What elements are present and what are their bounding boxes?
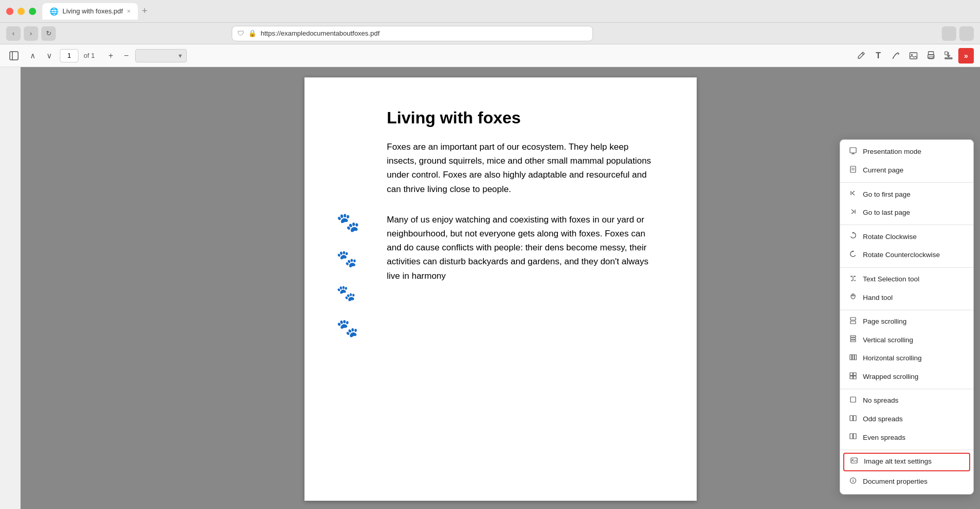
no-spreads-label: No spreads (863, 396, 898, 406)
divider-3 (840, 267, 973, 268)
print-button[interactable] (923, 48, 939, 63)
image-alt-text-label: Image alt text settings (864, 457, 931, 467)
menu-item-document-properties[interactable]: Document properties (840, 473, 973, 491)
pdf-paragraph-2: Many of us enjoy watching and coexisting… (387, 213, 661, 283)
menu-item-odd-spreads[interactable]: Odd spreads (840, 410, 973, 429)
page-nav: ∧ ∨ (25, 48, 57, 63)
menu-item-hand-tool[interactable]: Hand tool (840, 289, 973, 307)
pdf-heading: Living with foxes (387, 108, 661, 128)
menu-item-no-spreads[interactable]: No spreads (840, 392, 973, 410)
svg-point-4 (911, 54, 913, 55)
addressbar: ‹ › ↻ 🛡 🔒 https://exampledocumentaboutfo… (0, 23, 980, 44)
menu-item-rotate-cw[interactable]: Rotate Clockwise (840, 228, 973, 246)
presentation-mode-icon (848, 147, 858, 157)
document-properties-icon (848, 477, 858, 487)
horizontal-scrolling-icon (848, 354, 858, 364)
zoom-in-button[interactable]: + (104, 49, 118, 62)
sidebar-toggle-button[interactable] (6, 48, 22, 63)
menu-item-go-first[interactable]: Go to first page (840, 185, 973, 204)
svg-point-8 (933, 56, 934, 57)
menu-item-go-last[interactable]: Go to last page (840, 204, 973, 222)
more-icon: » (964, 52, 968, 60)
paw-3: 🐾 (336, 284, 360, 302)
pdf-area[interactable]: 🐾 🐾 🐾 🐾 Living with foxes Foxes are an i… (21, 67, 980, 509)
rotate-ccw-label: Rotate Counterclockwise (863, 250, 940, 260)
paw-1: 🐾 (336, 212, 360, 233)
menu-item-wrapped-scrolling[interactable]: Wrapped scrolling (840, 368, 973, 387)
lock-icon: 🔒 (248, 29, 256, 37)
svg-rect-28 (854, 373, 857, 376)
menu-item-even-spreads[interactable]: Even spreads (840, 428, 973, 447)
menu-item-presentation-mode[interactable]: Presentation mode (840, 143, 973, 162)
maximize-button[interactable] (29, 8, 36, 15)
active-tab[interactable]: 🌐 Living with foxes.pdf × (42, 3, 138, 20)
pdf-page: 🐾 🐾 🐾 🐾 Living with foxes Foxes are an i… (304, 77, 697, 501)
svg-rect-30 (854, 376, 857, 379)
even-spreads-icon (848, 433, 858, 443)
minimize-button[interactable] (18, 8, 25, 15)
image-alt-text-icon (849, 457, 859, 467)
svg-rect-19 (850, 317, 856, 320)
odd-spreads-icon (848, 415, 858, 425)
horizontal-scrolling-label: Horizontal scrolling (863, 354, 922, 363)
rotate-ccw-icon (848, 250, 858, 261)
hand-tool-label: Hand tool (863, 293, 893, 303)
menu-item-rotate-ccw[interactable]: Rotate Counterclockwise (840, 246, 973, 265)
zoom-controls: + − ▼ (104, 49, 187, 62)
document-properties-label: Document properties (863, 477, 927, 487)
svg-rect-32 (850, 416, 853, 421)
go-last-icon (848, 208, 858, 218)
menu-item-text-selection[interactable]: Text Selection tool (840, 271, 973, 289)
current-page-icon (848, 166, 858, 176)
page-number-input[interactable]: 1 (60, 49, 78, 62)
no-spreads-icon (848, 396, 858, 406)
main-content: 🐾 🐾 🐾 🐾 Living with foxes Foxes are an i… (0, 67, 980, 509)
menu-item-page-scrolling[interactable]: Page scrolling (840, 313, 973, 331)
text-selection-icon (848, 275, 858, 285)
url-text: https://exampledocumentaboutfoxes.pdf (261, 29, 380, 37)
annotate-button[interactable] (853, 48, 869, 63)
new-tab-button[interactable]: + (142, 6, 148, 17)
tab-title: Living with foxes.pdf (62, 7, 123, 15)
page-down-button[interactable]: ∨ (41, 48, 57, 63)
back-button[interactable]: ‹ (6, 26, 21, 41)
go-first-icon (848, 189, 858, 200)
traffic-lights (6, 8, 36, 15)
zoom-select[interactable]: ▼ (135, 49, 187, 62)
addr-btn-1[interactable] (942, 26, 956, 41)
close-button[interactable] (6, 8, 13, 15)
svg-rect-9 (945, 58, 952, 59)
divider-1 (840, 182, 973, 183)
tab-close-button[interactable]: × (127, 8, 131, 15)
svg-rect-11 (850, 148, 856, 153)
go-last-label: Go to last page (863, 208, 910, 218)
odd-spreads-label: Odd spreads (863, 415, 903, 424)
svg-point-40 (853, 479, 854, 480)
presentation-mode-label: Presentation mode (863, 147, 921, 157)
addr-btn-2[interactable] (959, 26, 974, 41)
divider-4 (840, 310, 973, 310)
pdf-toolbar: ∧ ∨ 1 of 1 + − ▼ T (0, 44, 980, 67)
page-up-button[interactable]: ∧ (25, 48, 40, 63)
even-spreads-label: Even spreads (863, 433, 906, 443)
menu-item-current-page[interactable]: Current page (840, 162, 973, 180)
more-tools-button[interactable]: » (958, 48, 974, 63)
menu-item-vertical-scrolling[interactable]: Vertical scrolling (840, 331, 973, 349)
rotate-cw-label: Rotate Clockwise (863, 232, 917, 242)
text-button[interactable]: T (871, 48, 886, 63)
address-field[interactable]: 🛡 🔒 https://exampledocumentaboutfoxes.pd… (232, 26, 593, 41)
divider-5 (840, 389, 973, 389)
reload-button[interactable]: ↻ (41, 26, 56, 41)
draw-button[interactable] (888, 48, 904, 63)
menu-item-horizontal-scrolling[interactable]: Horizontal scrolling (840, 349, 973, 368)
menu-item-image-alt-text[interactable]: Image alt text settings (843, 453, 970, 471)
divider-6 (840, 450, 973, 450)
forward-button[interactable]: › (24, 26, 38, 41)
shield-icon: 🛡 (237, 29, 244, 37)
svg-rect-22 (850, 338, 856, 340)
zoom-out-button[interactable]: − (120, 49, 133, 62)
browser-window: 🌐 Living with foxes.pdf × + ‹ › ↻ 🛡 🔒 ht… (0, 0, 980, 509)
download-button[interactable] (941, 48, 956, 63)
image-button[interactable] (906, 48, 921, 63)
page-scrolling-icon (848, 317, 858, 327)
